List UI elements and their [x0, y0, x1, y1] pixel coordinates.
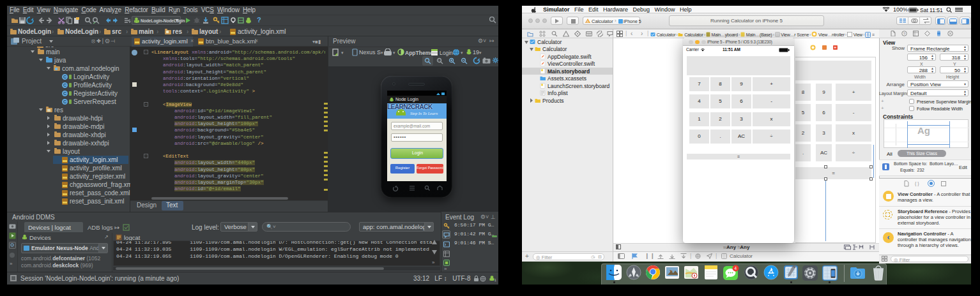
svg-text:1: 1: [494, 278, 496, 282]
svg-text:1:1: 1:1: [438, 59, 442, 62]
svg-text:4: 4: [735, 266, 737, 270]
svg-text:?: ?: [903, 32, 906, 36]
